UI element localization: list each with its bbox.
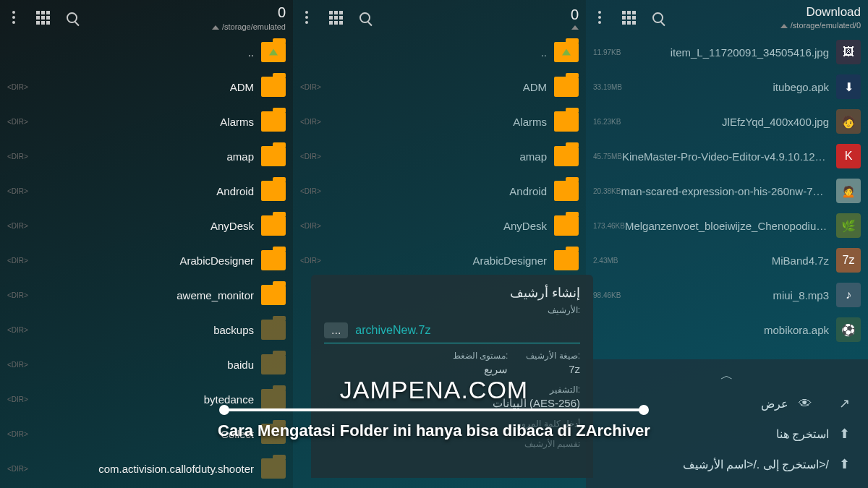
breadcrumb[interactable] [571, 25, 579, 29]
folder-icon [554, 111, 579, 132]
action-extract-here[interactable]: استخرج هنا⬆ [599, 419, 855, 449]
chevron-up-icon[interactable]: ︿ [599, 367, 855, 384]
item-name: .. [541, 46, 547, 59]
extract-icon: ⬆ [839, 426, 855, 442]
dir-tag: <DIR> [7, 361, 28, 369]
list-item[interactable]: <DIR>Android [293, 174, 586, 208]
search-icon[interactable] [358, 11, 371, 24]
item-name: Melganzenvoet_bloeiwijze_Chenopodium_alb… [625, 220, 829, 232]
dir-tag: <DIR> [7, 83, 28, 91]
action-extract-to[interactable]: استخرج إلى ./<اسم الأرشيف>/⬆ [599, 449, 855, 479]
search-icon[interactable] [651, 11, 664, 24]
breadcrumb[interactable]: /storage/emulated/0 [780, 21, 861, 30]
list-item[interactable]: <DIR>baidu [0, 347, 293, 382]
compression-level-select[interactable]: سريع [453, 363, 509, 376]
list-item[interactable]: mobikora.apk⚽ [586, 312, 868, 347]
file-size: 173.46KB [593, 222, 625, 230]
list-item[interactable]: 16.23KBJlEfzYqd_400x400.jpg🧑 [586, 104, 868, 139]
create-archive-dialog: إنشاء أرشيف الأرشيف: ... archiveNew.7z م… [311, 275, 593, 478]
item-name: Android [509, 185, 547, 197]
encryption-label: التشفير: [324, 385, 580, 395]
dir-tag: <DIR> [300, 187, 321, 195]
list-item[interactable]: <DIR>amap [293, 139, 586, 174]
file-size: 98.46KB [593, 291, 621, 299]
list-item[interactable]: 45.75MBKineMaster-Pro-Video-Editor-v4.9.… [586, 139, 868, 174]
list-item[interactable]: .. [293, 35, 586, 69]
folder-icon [261, 77, 286, 97]
list-item[interactable]: <DIR>amap [0, 139, 293, 174]
action-view[interactable]: عرض👁 ↗ [599, 388, 855, 419]
item-name: aweme_monitor [176, 289, 254, 301]
list-item[interactable]: 20.38KBman-scared-expression-on-his-260n… [586, 174, 868, 208]
folder-icon [261, 424, 286, 444]
menu-icon[interactable] [300, 11, 313, 24]
file-thumb: ♪ [836, 283, 861, 307]
list-item[interactable]: <DIR>AnyDesk [0, 208, 293, 243]
folder-icon [554, 215, 579, 236]
dir-tag: <DIR> [7, 465, 28, 473]
dir-tag: <DIR> [300, 83, 321, 91]
folder-icon [261, 458, 286, 479]
breadcrumb[interactable]: /storage/emulated [212, 22, 286, 31]
list-item[interactable]: <DIR>Android [0, 174, 293, 208]
file-thumb: 🧑 [836, 109, 861, 134]
item-name: ArabicDesigner [179, 254, 254, 267]
list-item[interactable]: <DIR>backups [0, 312, 293, 347]
item-name: KineMaster-Pro-Video-Editor-v4.9.10.1280… [622, 150, 829, 163]
toolbar-mid: 0 [293, 0, 586, 35]
folder-icon [261, 42, 286, 62]
file-size: 33.19MB [593, 83, 622, 91]
split-archive-label[interactable]: تقسيم الأرشيف [324, 439, 580, 449]
archive-format-select[interactable]: 7z [526, 363, 580, 375]
list-item[interactable]: <DIR>bytedance [0, 382, 293, 416]
item-name: ArabicDesigner [472, 254, 547, 267]
list-item[interactable]: <DIR>com.activision.callofduty.shooter [0, 451, 293, 486]
item-name: backups [213, 324, 254, 336]
menu-icon[interactable] [593, 11, 606, 24]
list-item[interactable]: <DIR>ArabicDesigner [0, 243, 293, 278]
file-thumb: K [836, 144, 861, 168]
folder-icon [261, 181, 286, 201]
file-thumb: 🙍 [836, 179, 861, 203]
list-item[interactable]: <DIR>ADM [293, 69, 586, 104]
list-item[interactable]: <DIR>Alarms [293, 104, 586, 139]
archive-name-input[interactable]: archiveNew.7z [355, 324, 430, 337]
page-title: Download [780, 5, 861, 20]
folder-icon [261, 354, 286, 374]
menu-icon[interactable] [7, 11, 20, 24]
list-item[interactable]: 98.46KBmiui_8.mp3♪ [586, 278, 868, 312]
browse-button[interactable]: ... [324, 322, 348, 338]
file-size: 11.97KB [593, 48, 621, 56]
grid-icon[interactable] [622, 11, 635, 24]
file-thumb: ⬇ [836, 74, 861, 99]
item-name: bytedance [204, 393, 254, 406]
list-item[interactable]: 33.19MBitubego.apk⬇ [586, 69, 868, 104]
item-name: Alarms [513, 116, 547, 128]
list-item[interactable]: 173.46KBMelganzenvoet_bloeiwijze_Chenopo… [586, 208, 868, 243]
item-name: com.activision.callofduty.shooter [98, 463, 254, 475]
dir-tag: <DIR> [7, 326, 28, 334]
list-item[interactable]: 2.43MBMiBand4.7z7z [586, 243, 868, 278]
item-name: ADM [230, 81, 254, 93]
list-item[interactable]: <DIR>ADM [0, 69, 293, 104]
item-name: Alarms [220, 116, 254, 128]
archive-label: الأرشيف: [324, 305, 580, 315]
list-item[interactable]: <DIR>Alarms [0, 104, 293, 139]
list-item[interactable]: 11.97KBitem_L_11720091_34505416.jpg🖼 [586, 35, 868, 69]
dir-tag: <DIR> [300, 118, 321, 126]
action-sheet: ︿ عرض👁 ↗ استخرج هنا⬆ استخرج إلى ./<اسم ا… [586, 359, 868, 488]
grid-icon[interactable] [329, 11, 342, 24]
list-item[interactable]: <DIR>ArabicDesigner [293, 243, 586, 278]
password-label[interactable]: أدخل كلمة المرور [324, 419, 580, 429]
list-item[interactable]: <DIR>AnyDesk [293, 208, 586, 243]
grid-icon[interactable] [36, 11, 49, 24]
search-icon[interactable] [65, 11, 78, 24]
folder-icon [261, 285, 286, 305]
list-item[interactable]: .. [0, 35, 293, 69]
list-item[interactable]: <DIR>aweme_monitor [0, 278, 293, 312]
encryption-select[interactable]: البيانات (AES-256) [324, 397, 580, 410]
item-name: MiBand4.7z [772, 254, 829, 267]
open-external-icon[interactable]: ↗ [839, 395, 855, 411]
dir-tag: <DIR> [7, 187, 28, 195]
list-item[interactable]: <DIR>Collect [0, 416, 293, 451]
